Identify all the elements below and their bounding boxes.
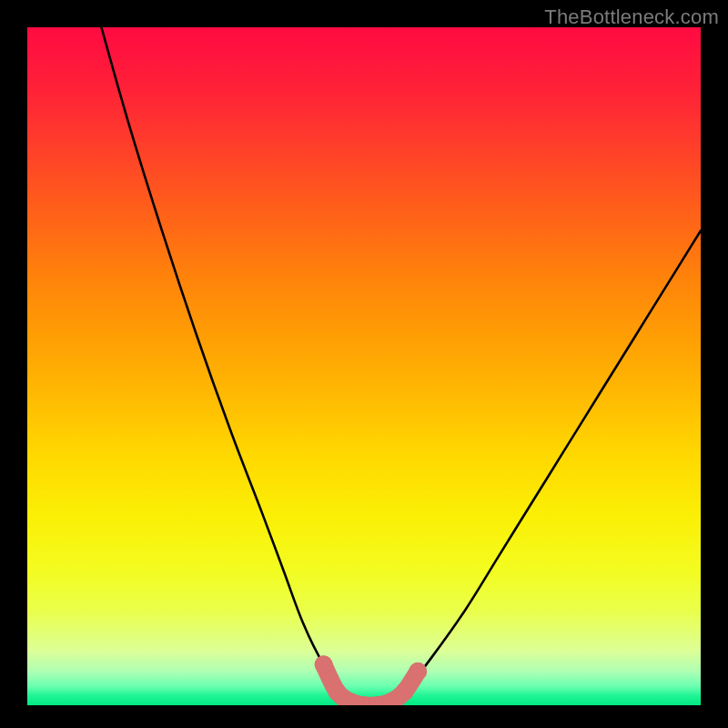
optimal-zone-dot	[315, 655, 333, 673]
bottleneck-curve	[101, 27, 701, 705]
watermark-text: TheBottleneck.com	[544, 5, 719, 29]
plot-area	[27, 27, 701, 705]
curve-layer	[27, 27, 701, 705]
optimal-zone-dot	[395, 682, 413, 701]
chart-stage: TheBottleneck.com	[0, 0, 728, 728]
optimal-zone-dot	[409, 662, 427, 681]
